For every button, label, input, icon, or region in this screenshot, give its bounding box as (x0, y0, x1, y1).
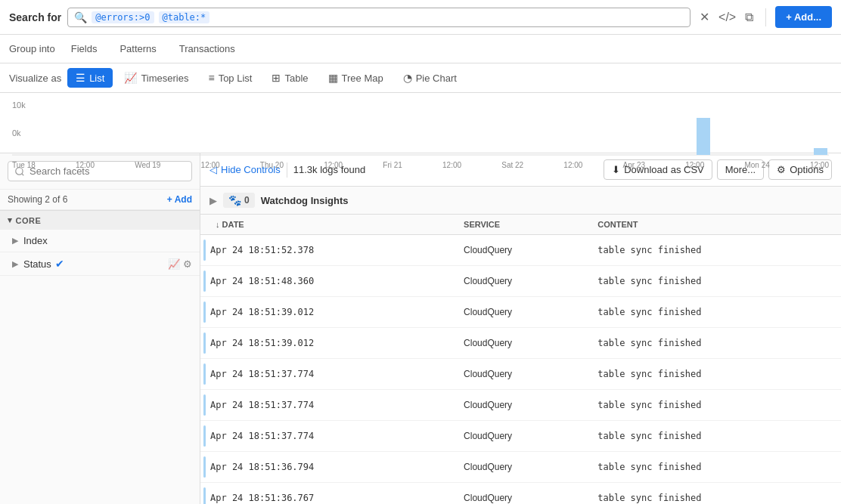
section-label: CORE (16, 216, 42, 225)
vis-treemap[interactable]: ▦ Tree Map (320, 68, 392, 88)
row-service: CloudQuery (456, 235, 590, 266)
chart-label-7: 12:00 (442, 161, 461, 169)
vis-toplist-label: Top List (219, 73, 253, 84)
sidebar-add-button[interactable]: + Add (167, 194, 192, 205)
row-date: Apr 24 18:51:48.360 (200, 266, 456, 297)
table-row[interactable]: Apr 24 18:51:36.794 CloudQuery table syn… (200, 452, 841, 483)
watchdog-expand-icon[interactable]: ▶ (209, 195, 217, 206)
settings-icon[interactable]: ⚙ (183, 258, 192, 270)
log-panel: ◁ Hide Controls 11.3k logs found ⬇ Downl… (200, 153, 841, 504)
chart-svg (12, 114, 829, 156)
row-service: CloudQuery (456, 421, 590, 452)
watchdog-badge: 🐾 0 (223, 193, 255, 208)
clear-button[interactable]: ✕ (697, 7, 712, 27)
watchdog-bar: ▶ 🐾 0 Watchdog Insights (200, 187, 841, 215)
chevron-right-icon-2: ▶ (12, 259, 18, 269)
list-icon: ☰ (76, 72, 85, 84)
row-content: table sync finished (590, 235, 841, 266)
row-date: Apr 24 18:51:37.774 (200, 359, 456, 390)
table-row[interactable]: Apr 24 18:51:39.012 CloudQuery table syn… (200, 328, 841, 359)
table-icon: ⊞ (272, 72, 281, 84)
sidebar-item-index[interactable]: ▶ Index (0, 230, 200, 252)
chart-labels: Tue 18 12:00 Wed 19 12:00 Thu 20 12:00 F… (12, 159, 829, 172)
row-service: CloudQuery (456, 452, 590, 483)
row-date: Apr 24 18:51:39.012 (200, 297, 456, 328)
row-date: Apr 24 18:51:37.774 (200, 390, 456, 421)
table-header-row: ↓ DATE SERVICE CONTENT (200, 215, 841, 235)
chart-label-6: Fri 21 (383, 161, 402, 169)
row-date: Apr 24 18:51:36.794 (200, 452, 456, 483)
chart-label-10: Apr 23 (623, 161, 645, 169)
tab-transactions[interactable]: Transactions (169, 39, 245, 58)
row-service: CloudQuery (456, 390, 590, 421)
search-input-wrapper[interactable]: 🔍 @errors:>0 @table:* (67, 8, 690, 27)
table-row[interactable]: Apr 24 18:51:52.378 CloudQuery table syn… (200, 235, 841, 266)
col-service-label: SERVICE (464, 220, 500, 229)
row-content: table sync finished (590, 297, 841, 328)
chevron-right-icon: ▶ (12, 236, 18, 246)
group-bar: Group into Fields Patterns Transactions (0, 35, 841, 63)
search-for-label: Search for (9, 11, 61, 23)
query-tag-table: @table:* (159, 11, 210, 23)
table-row[interactable]: Apr 24 18:51:39.012 CloudQuery table syn… (200, 297, 841, 328)
row-date: Apr 24 18:51:39.012 (200, 328, 456, 359)
group-into-label: Group into (9, 43, 55, 54)
trend-icon[interactable]: 📈 (168, 258, 180, 270)
search-icon: 🔍 (74, 11, 87, 23)
tab-patterns[interactable]: Patterns (110, 39, 166, 58)
col-date[interactable]: ↓ DATE (200, 215, 456, 235)
chart-label-0: Tue 18 (12, 161, 36, 169)
chart-label-11: 12:00 (685, 161, 704, 169)
chart-label-12: Mon 24 (744, 161, 769, 169)
table-row[interactable]: Apr 24 18:51:37.774 CloudQuery table syn… (200, 359, 841, 390)
log-indicator (203, 332, 206, 354)
toplist-icon: ≡ (208, 72, 214, 84)
showing-label: Showing 2 of 6 (8, 194, 67, 205)
sidebar-item-status-label: Status (23, 258, 51, 270)
row-content: table sync finished (590, 452, 841, 483)
sidebar-item-status[interactable]: ▶ Status ✔ 📈 ⚙ (0, 252, 200, 276)
vis-piechart[interactable]: ◔ Pie Chart (395, 68, 465, 88)
log-indicator (203, 301, 206, 323)
visualize-label: Visualize as (9, 73, 61, 84)
row-content: table sync finished (590, 266, 841, 297)
vis-list[interactable]: ☰ List (67, 68, 113, 88)
row-date: Apr 24 18:51:37.774 (200, 421, 456, 452)
row-content: table sync finished (590, 328, 841, 359)
sidebar-showing: Showing 2 of 6 + Add (0, 190, 200, 210)
table-row[interactable]: Apr 24 18:51:37.774 CloudQuery table syn… (200, 421, 841, 452)
vis-toplist[interactable]: ≡ Top List (200, 68, 260, 88)
table-row[interactable]: Apr 24 18:51:36.767 CloudQuery table syn… (200, 483, 841, 505)
vis-timeseries[interactable]: 📈 Timeseries (116, 68, 197, 88)
row-service: CloudQuery (456, 266, 590, 297)
add-button[interactable]: + Add... (775, 6, 832, 28)
table-row[interactable]: Apr 24 18:51:37.774 CloudQuery table syn… (200, 390, 841, 421)
col-service[interactable]: SERVICE (456, 215, 590, 235)
treemap-icon: ▦ (328, 72, 338, 84)
vis-table[interactable]: ⊞ Table (263, 68, 316, 88)
visualize-bar: Visualize as ☰ List 📈 Timeseries ≡ Top L… (0, 63, 841, 93)
section-collapse-icon[interactable]: ▾ (8, 215, 13, 225)
vis-treemap-label: Tree Map (342, 73, 383, 84)
log-indicator (203, 363, 206, 385)
code-button[interactable]: </> (715, 8, 739, 27)
col-date-label: DATE (222, 220, 244, 229)
watchdog-count: 0 (244, 195, 250, 206)
col-content-label: CONTENT (597, 220, 638, 229)
chart-label-5: 12:00 (324, 161, 343, 169)
table-row[interactable]: Apr 24 18:51:48.360 CloudQuery table syn… (200, 266, 841, 297)
log-table-wrapper: ↓ DATE SERVICE CONTENT Apr 24 18:51:52.3… (200, 215, 841, 504)
main-content: Showing 2 of 6 + Add ▾ CORE ▶ Index ▶ St… (0, 153, 841, 504)
search-input[interactable] (214, 11, 684, 23)
tab-fields[interactable]: Fields (61, 39, 107, 58)
chart-label-13: 12:00 (810, 161, 829, 169)
check-icon: ✔ (55, 258, 64, 270)
timeseries-icon: 📈 (124, 72, 137, 84)
row-service: CloudQuery (456, 297, 590, 328)
row-service: CloudQuery (456, 483, 590, 505)
expand-button[interactable]: ⧉ (742, 8, 756, 27)
query-tag-errors: @errors:>0 (92, 11, 154, 23)
log-indicator (203, 240, 206, 261)
col-content[interactable]: CONTENT (590, 215, 841, 235)
sidebar-item-index-label: Index (23, 235, 48, 246)
